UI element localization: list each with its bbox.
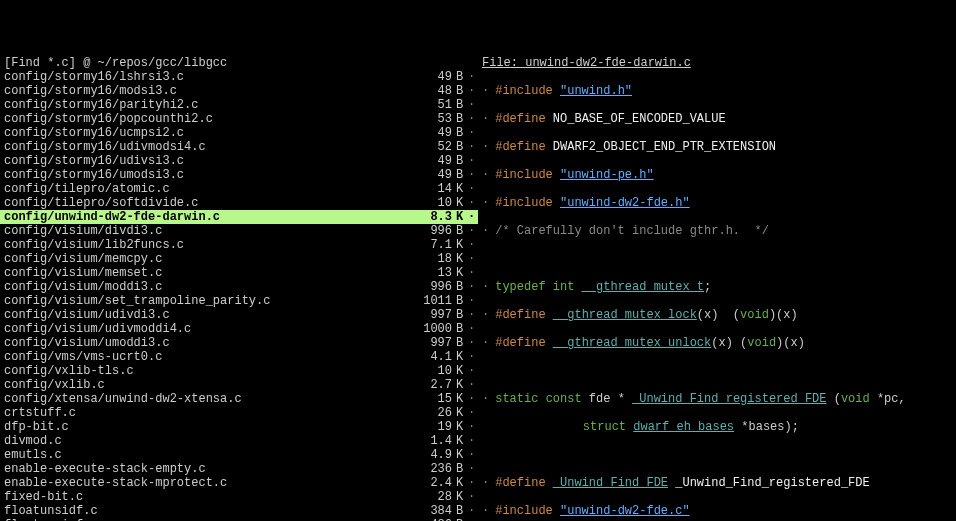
file-marker: · — [466, 420, 478, 434]
file-row[interactable]: config/vxlib-tls.c10K· — [0, 364, 478, 378]
file-name: config/visium/udivdi3.c — [4, 308, 412, 322]
file-marker: · — [466, 126, 478, 140]
file-row[interactable]: emutls.c4.9K· — [0, 448, 478, 462]
file-size: 49 — [412, 126, 456, 140]
file-size: 236 — [412, 462, 456, 476]
file-row[interactable]: config/visium/umoddi3.c997B· — [0, 336, 478, 350]
file-row[interactable]: config/visium/udivdi3.c997B· — [0, 308, 478, 322]
file-size: 28 — [412, 490, 456, 504]
file-row[interactable]: enable-execute-stack-empty.c236B· — [0, 462, 478, 476]
file-size: 384 — [412, 504, 456, 518]
file-row[interactable]: floatunsidf.c384B· — [0, 504, 478, 518]
file-row[interactable]: config/stormy16/modsi3.c48B· — [0, 84, 478, 98]
file-size: 4.1 — [412, 350, 456, 364]
file-size: 7.1 — [412, 238, 456, 252]
file-row[interactable]: config/vms/vms-ucrt0.c4.1K· — [0, 350, 478, 364]
file-marker: · — [466, 476, 478, 490]
file-marker: · — [466, 392, 478, 406]
file-marker: · — [466, 98, 478, 112]
file-unit: B — [456, 462, 466, 476]
file-marker: · — [466, 182, 478, 196]
file-name: crtstuff.c — [4, 406, 412, 420]
file-row[interactable]: config/visium/udivmoddi4.c1000B· — [0, 322, 478, 336]
file-marker: · — [466, 504, 478, 518]
file-unit: K — [456, 196, 466, 210]
file-name: config/stormy16/popcounthi2.c — [4, 112, 412, 126]
file-name: config/stormy16/udivmodsi4.c — [4, 140, 412, 154]
file-name: config/stormy16/modsi3.c — [4, 84, 412, 98]
file-row[interactable]: config/stormy16/lshrsi3.c49B· — [0, 70, 478, 84]
file-name: dfp-bit.c — [4, 420, 412, 434]
file-size: 18 — [412, 252, 456, 266]
file-list-pane[interactable]: config/stormy16/lshrsi3.c49B·config/stor… — [0, 70, 478, 521]
file-name: config/stormy16/umodsi3.c — [4, 168, 412, 182]
file-unit: B — [456, 70, 466, 84]
file-row[interactable]: config/visium/moddi3.c996B· — [0, 280, 478, 294]
file-row[interactable]: enable-execute-stack-mprotect.c2.4K· — [0, 476, 478, 490]
file-name: config/stormy16/udivsi3.c — [4, 154, 412, 168]
file-row[interactable]: config/visium/lib2funcs.c7.1K· — [0, 238, 478, 252]
file-size: 996 — [412, 224, 456, 238]
file-marker: · — [466, 70, 478, 84]
file-size: 15 — [412, 392, 456, 406]
file-name: floatunsidf.c — [4, 504, 412, 518]
file-row[interactable]: dfp-bit.c19K· — [0, 420, 478, 434]
file-row[interactable]: config/visium/memcpy.c18K· — [0, 252, 478, 266]
file-name: enable-execute-stack-mprotect.c — [4, 476, 412, 490]
file-unit: K — [456, 378, 466, 392]
file-marker: · — [466, 84, 478, 98]
file-row[interactable]: config/vxlib.c2.7K· — [0, 378, 478, 392]
file-size: 996 — [412, 280, 456, 294]
file-size: 53 — [412, 112, 456, 126]
file-row[interactable]: config/stormy16/umodsi3.c49B· — [0, 168, 478, 182]
preview-pane[interactable]: ·#include "unwind.h" ·#define NO_BASE_OF… — [478, 70, 956, 521]
file-unit: K — [456, 364, 466, 378]
file-marker: · — [466, 266, 478, 280]
file-marker: · — [466, 350, 478, 364]
file-marker: · — [466, 294, 478, 308]
file-size: 1011 — [412, 294, 456, 308]
file-size: 19 — [412, 420, 456, 434]
file-unit: B — [456, 322, 466, 336]
file-name: config/vxlib.c — [4, 378, 412, 392]
file-row[interactable]: config/stormy16/parityhi2.c51B· — [0, 98, 478, 112]
file-row[interactable]: config/stormy16/udivsi3.c49B· — [0, 154, 478, 168]
file-unit: B — [456, 168, 466, 182]
file-row[interactable]: config/xtensa/unwind-dw2-xtensa.c15K· — [0, 392, 478, 406]
file-unit: K — [456, 392, 466, 406]
file-unit: K — [456, 350, 466, 364]
file-marker: · — [466, 280, 478, 294]
file-row[interactable]: config/visium/set_trampoline_parity.c101… — [0, 294, 478, 308]
file-row[interactable]: divmod.c1.4K· — [0, 434, 478, 448]
file-unit: B — [456, 336, 466, 350]
file-unit: B — [456, 280, 466, 294]
file-size: 1000 — [412, 322, 456, 336]
file-row[interactable]: config/tilepro/softdivide.c10K· — [0, 196, 478, 210]
file-row[interactable]: config/stormy16/popcounthi2.c53B· — [0, 112, 478, 126]
file-unit: K — [456, 420, 466, 434]
file-row[interactable]: config/visium/memset.c13K· — [0, 266, 478, 280]
file-row[interactable]: config/stormy16/ucmpsi2.c49B· — [0, 126, 478, 140]
file-name: enable-execute-stack-empty.c — [4, 462, 412, 476]
file-unit: K — [456, 448, 466, 462]
file-row[interactable]: fixed-bit.c28K· — [0, 490, 478, 504]
file-row[interactable]: config/unwind-dw2-fde-darwin.c8.3K· — [0, 210, 478, 224]
file-name: config/visium/memcpy.c — [4, 252, 412, 266]
file-size: 51 — [412, 98, 456, 112]
file-row[interactable]: config/tilepro/atomic.c14K· — [0, 182, 478, 196]
file-unit: K — [456, 476, 466, 490]
file-row[interactable]: config/visium/divdi3.c996B· — [0, 224, 478, 238]
file-name: config/visium/memset.c — [4, 266, 412, 280]
file-size: 2.4 — [412, 476, 456, 490]
file-unit: K — [456, 252, 466, 266]
file-name: config/stormy16/lshrsi3.c — [4, 70, 412, 84]
file-marker: · — [466, 434, 478, 448]
file-marker: · — [466, 196, 478, 210]
file-row[interactable]: config/stormy16/udivmodsi4.c52B· — [0, 140, 478, 154]
file-name: config/visium/moddi3.c — [4, 280, 412, 294]
file-row[interactable]: crtstuff.c26K· — [0, 406, 478, 420]
file-name: divmod.c — [4, 434, 412, 448]
file-unit: B — [456, 84, 466, 98]
file-name: config/visium/divdi3.c — [4, 224, 412, 238]
file-unit: B — [456, 112, 466, 126]
